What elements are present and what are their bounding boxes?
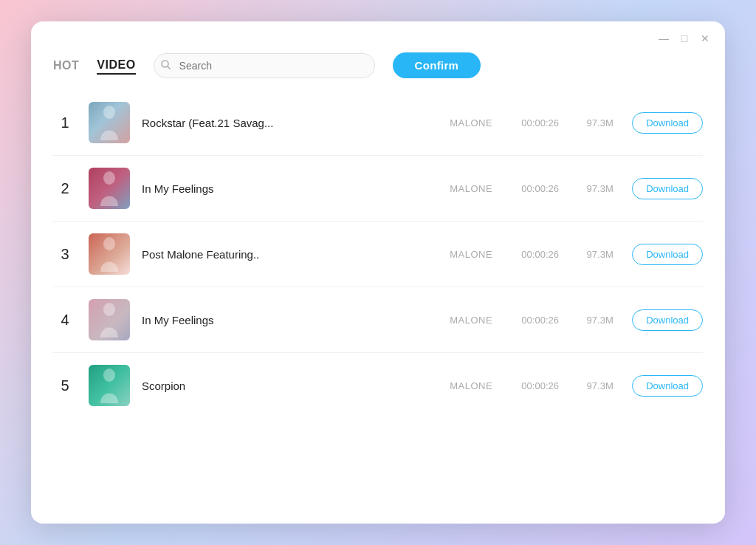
- track-name: Rockstar (Feat.21 Savag...: [142, 117, 430, 129]
- track-size: 97.3M: [580, 315, 620, 326]
- download-button-1[interactable]: Download: [632, 112, 703, 134]
- track-thumbnail: [89, 102, 130, 143]
- track-duration: 00:00:26: [512, 315, 568, 326]
- toolbar: HOT VIDEO Confirm: [31, 45, 725, 90]
- download-button-5[interactable]: Download: [632, 375, 703, 397]
- track-size: 97.3M: [580, 249, 620, 260]
- track-thumbnail: [89, 233, 130, 275]
- svg-point-3: [103, 171, 115, 185]
- svg-line-1: [168, 66, 171, 69]
- tab-hot[interactable]: HOT: [53, 58, 79, 74]
- track-list: 1 Rockstar (Feat.21 Savag... MALONE 00:0…: [31, 90, 725, 524]
- track-artist: MALONE: [441, 117, 501, 128]
- confirm-button[interactable]: Confirm: [393, 52, 481, 78]
- close-button[interactable]: ✕: [698, 32, 712, 45]
- track-artist: MALONE: [441, 380, 501, 391]
- search-icon: [161, 60, 171, 72]
- track-thumbnail: [89, 365, 130, 406]
- track-size: 97.3M: [580, 117, 620, 128]
- track-duration: 00:00:26: [512, 249, 568, 260]
- track-name: Scorpion: [142, 380, 430, 392]
- track-duration: 00:00:26: [512, 183, 568, 194]
- table-row: 4 In My Feelings MALONE 00:00:26 97.3M D…: [53, 287, 703, 353]
- track-size: 97.3M: [580, 380, 620, 391]
- svg-point-2: [103, 106, 115, 119]
- minimize-button[interactable]: —: [657, 32, 670, 45]
- table-row: 3 Post Malone Featuring.. MALONE 00:00:2…: [53, 222, 703, 287]
- track-number: 5: [53, 377, 77, 394]
- svg-point-4: [103, 237, 115, 250]
- search-box: [154, 53, 375, 78]
- svg-point-5: [103, 303, 115, 316]
- download-button-2[interactable]: Download: [632, 178, 703, 199]
- track-duration: 00:00:26: [512, 380, 568, 391]
- track-size: 97.3M: [580, 183, 620, 194]
- download-button-4[interactable]: Download: [632, 309, 703, 331]
- track-artist: MALONE: [441, 249, 501, 260]
- table-row: 5 Scorpion MALONE 00:00:26 97.3M Downloa…: [53, 353, 703, 418]
- maximize-button[interactable]: □: [678, 32, 691, 45]
- track-number: 2: [53, 180, 77, 197]
- track-name: In My Feelings: [142, 182, 430, 195]
- search-input[interactable]: [154, 53, 375, 78]
- table-row: 1 Rockstar (Feat.21 Savag... MALONE 00:0…: [53, 90, 703, 156]
- track-thumbnail: [89, 168, 130, 209]
- track-name: Post Malone Featuring..: [142, 248, 430, 261]
- title-bar: — □ ✕: [31, 21, 725, 45]
- download-button-3[interactable]: Download: [632, 244, 703, 265]
- table-row: 2 In My Feelings MALONE 00:00:26 97.3M D…: [53, 156, 703, 222]
- track-number: 4: [53, 312, 77, 329]
- track-thumbnail: [89, 299, 130, 340]
- app-window: — □ ✕ HOT VIDEO Confirm 1: [31, 21, 725, 524]
- tab-video[interactable]: VIDEO: [97, 57, 135, 75]
- track-number: 3: [53, 246, 77, 263]
- track-name: In My Feelings: [142, 314, 430, 326]
- track-artist: MALONE: [441, 315, 501, 326]
- track-number: 1: [53, 114, 77, 131]
- track-duration: 00:00:26: [512, 117, 568, 128]
- track-artist: MALONE: [441, 183, 501, 194]
- svg-point-6: [103, 369, 115, 382]
